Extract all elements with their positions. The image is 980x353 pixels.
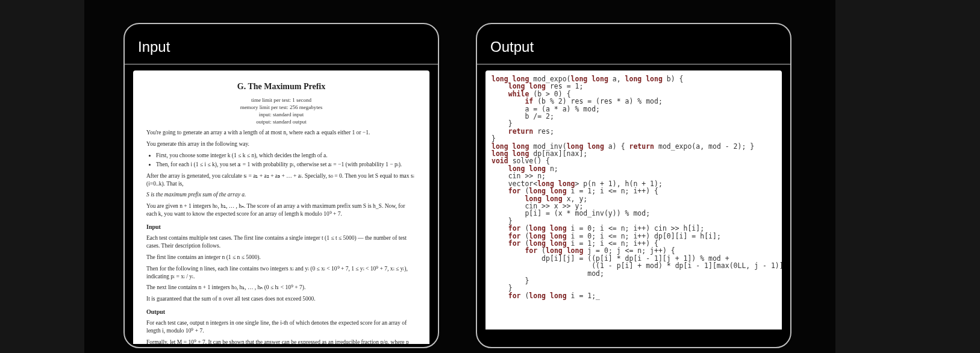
prob-after1: After the array is generated, you calcul… xyxy=(146,172,416,188)
output-section-head: Output xyxy=(146,308,416,316)
output-panel: Output long long mod_expo(long long a, l… xyxy=(476,23,791,348)
left-gutter xyxy=(0,0,84,353)
prob-bullet1: First, you choose some integer k (1 ≤ k … xyxy=(156,152,416,160)
prob-intro2: You generate this array in the following… xyxy=(146,140,416,148)
input-p3: Then for the following n lines, each lin… xyxy=(146,265,416,281)
input-section-head: Input xyxy=(146,223,416,231)
meta-stdin: input: standard input xyxy=(146,111,416,118)
prob-bullet2: Then, for each i (1 ≤ i ≤ k), you set aᵢ… xyxy=(156,161,416,169)
prob-intro1: You're going to generate an array a with… xyxy=(146,129,416,137)
meta-memory: memory limit per test: 256 megabytes xyxy=(146,104,416,111)
right-gutter xyxy=(835,0,980,353)
input-panel-rule xyxy=(125,64,438,64)
input-p4: The next line contains n + 1 integers h₀… xyxy=(146,284,416,292)
input-panel: Input G. The Maximum Prefix time limit p… xyxy=(123,23,439,348)
prob-given: You are given n + 1 integers h₀, h₁, … ,… xyxy=(146,202,416,218)
input-p5: It is guaranteed that the sum of n over … xyxy=(146,295,416,303)
input-p1: Each test contains multiple test cases. … xyxy=(146,234,416,250)
problem-title: G. The Maximum Prefix xyxy=(146,81,416,93)
input-panel-title: Input xyxy=(125,24,438,64)
code-block: long long mod_expo(long long a, long lon… xyxy=(485,70,782,330)
output-panel-rule xyxy=(477,64,790,64)
meta-stdout: output: standard output xyxy=(146,118,416,125)
output-p2: Formally, let M = 10⁹ + 7. It can be sho… xyxy=(146,339,416,344)
stage: Input G. The Maximum Prefix time limit p… xyxy=(0,0,980,353)
prob-after2: S is the maximum prefix sum of the array… xyxy=(146,191,416,199)
problem-document: G. The Maximum Prefix time limit per tes… xyxy=(133,70,429,344)
output-panel-title: Output xyxy=(477,24,790,64)
code-text: long long mod_expo(long long a, long lon… xyxy=(492,75,776,299)
input-p2: The first line contains an integer n (1 … xyxy=(146,254,416,261)
output-p1: For each test case, output n integers in… xyxy=(146,319,416,335)
meta-time: time limit per test: 1 second xyxy=(146,96,416,104)
